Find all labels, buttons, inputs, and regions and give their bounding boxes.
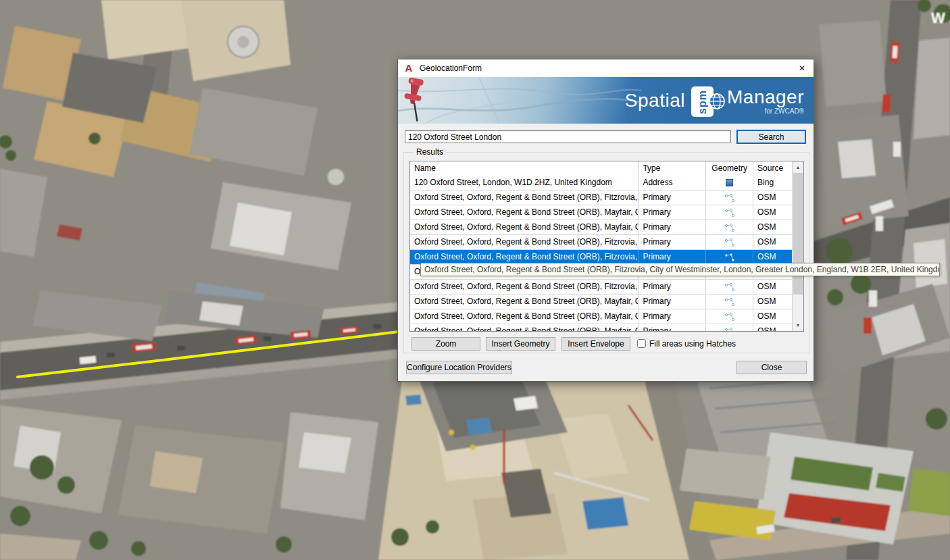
result-name-cell: Oxford Street, Oxford, Regent & Bond Str… — [410, 295, 639, 309]
result-type-cell: Primary — [639, 309, 706, 324]
fill-hatches-label: Fill areas using Hatches — [649, 338, 736, 350]
table-row[interactable]: 120 Oxford Street, London, W1D 2HZ, Unit… — [410, 176, 793, 190]
result-source-cell: OSM — [753, 295, 793, 309]
column-header-type[interactable]: Type — [639, 161, 706, 176]
search-input[interactable] — [405, 130, 731, 143]
logo-spatial: Spatial — [625, 86, 685, 116]
map-construction-site — [378, 365, 689, 560]
close-button[interactable]: Close — [736, 361, 807, 374]
table-row[interactable]: Oxford Street, Oxford, Regent & Bond Str… — [410, 280, 793, 295]
result-source-cell: OSM — [753, 220, 793, 234]
result-type-cell: Primary — [639, 190, 706, 205]
table-row[interactable]: Oxford Street, Oxford, Regent & Bond Str… — [410, 324, 793, 332]
result-source-cell: OSM — [753, 250, 793, 264]
polyline-geometry-icon — [706, 309, 753, 324]
table-row[interactable]: Oxford Street, Oxford, Regent & Bond Str… — [410, 235, 793, 250]
autocad-a-icon: A — [403, 63, 414, 74]
results-groupbox: Results Name Type Geometry Source 120 Ox… — [403, 152, 809, 353]
fill-hatches-checkbox[interactable] — [637, 339, 646, 348]
map-photo-strip — [398, 77, 639, 124]
result-type-cell: Primary — [639, 205, 706, 220]
scroll-down-icon[interactable]: ▼ — [793, 320, 803, 331]
scrollbar-thumb[interactable] — [793, 173, 803, 295]
polyline-geometry-icon — [706, 190, 753, 205]
table-row[interactable]: Oxford Street, Oxford, Regent & Bond Str… — [410, 220, 793, 235]
results-group-label: Results — [414, 147, 446, 157]
result-name-cell: Oxford Street, Oxford, Regent & Bond Str… — [410, 205, 639, 220]
table-row[interactable]: Oxford Street, Oxford, Regent & Bond Str… — [410, 295, 793, 309]
screen: W A GeolocationForm ✕ — [0, 0, 950, 560]
insert-geometry-button[interactable]: Insert Geometry — [486, 337, 555, 351]
insert-envelope-button[interactable]: Insert Envelope — [561, 337, 630, 351]
scroll-up-icon[interactable]: ▲ — [793, 161, 803, 173]
result-type-cell: Primary — [639, 280, 706, 294]
result-source-cell: OSM — [753, 205, 793, 220]
result-source-cell: OSM — [753, 324, 793, 332]
result-type-cell: Primary — [639, 324, 706, 332]
result-source-cell: OSM — [753, 235, 793, 249]
results-table-header: Name Type Geometry Source — [410, 161, 793, 176]
polyline-geometry-icon — [706, 220, 753, 234]
result-name-cell: Oxford Street, Oxford, Regent & Bond Str… — [410, 309, 639, 324]
result-source-cell: OSM — [753, 190, 793, 205]
map-watermark-w: W — [931, 9, 945, 26]
polyline-geometry-icon — [706, 324, 753, 332]
configure-location-providers-button[interactable]: Configure Location Providers — [406, 361, 512, 374]
result-name-cell: Oxford Street, Oxford, Regent & Bond Str… — [410, 324, 639, 332]
result-type-cell: Primary — [639, 295, 706, 309]
column-header-source[interactable]: Source — [753, 161, 793, 176]
polyline-geometry-icon — [706, 280, 753, 294]
result-name-cell: Oxford Street, Oxford, Regent & Bond Str… — [410, 190, 639, 205]
result-name-cell: Oxford Street, Oxford, Regent & Bond Str… — [410, 250, 639, 264]
result-name-cell: Oxford Street, Oxford, Regent & Bond Str… — [410, 280, 639, 294]
table-row[interactable]: Oxford Street, Oxford, Regent & Bond Str… — [410, 309, 793, 324]
result-type-cell: Primary — [639, 220, 706, 234]
zoom-button[interactable]: Zoom — [411, 337, 480, 351]
result-source-cell: Bing — [753, 176, 793, 190]
results-table: Name Type Geometry Source 120 Oxford Str… — [409, 161, 804, 332]
brand-banner: Spatial spm Manager for ZWCAD® — [398, 77, 814, 124]
results-scrollbar[interactable]: ▲ ▼ — [792, 161, 803, 331]
dialog-titlebar[interactable]: A GeolocationForm ✕ — [398, 59, 814, 77]
column-header-name[interactable]: Name — [410, 161, 639, 176]
result-name-cell: Oxford Street, Oxford, Regent & Bond Str… — [410, 220, 639, 234]
logo-manager: Manager — [727, 86, 804, 109]
result-source-cell: OSM — [753, 309, 793, 324]
results-table-body: 120 Oxford Street, London, W1D 2HZ, Unit… — [410, 176, 793, 331]
spatial-manager-logo: Spatial spm Manager for ZWCAD® — [625, 86, 804, 117]
table-row[interactable]: Oxford Street, Oxford, Regent & Bond Str… — [410, 205, 793, 220]
result-type-cell: Address — [639, 176, 706, 190]
polyline-geometry-icon — [706, 250, 753, 264]
result-tooltip: Oxford Street, Oxford, Regent & Bond Str… — [420, 263, 940, 276]
search-button[interactable]: Search — [736, 130, 806, 144]
result-name-cell: Oxford Street, Oxford, Regent & Bond Str… — [410, 235, 639, 249]
polyline-geometry-icon — [706, 235, 753, 249]
polyline-geometry-icon — [706, 205, 753, 220]
close-icon[interactable]: ✕ — [791, 59, 814, 77]
point-geometry-icon — [706, 176, 753, 190]
dialog-title: GeolocationForm — [420, 59, 482, 77]
column-header-geometry[interactable]: Geometry — [706, 161, 753, 176]
table-row[interactable]: Oxford Street, Oxford, Regent & Bond Str… — [410, 190, 793, 205]
result-name-cell: 120 Oxford Street, London, W1D 2HZ, Unit… — [410, 176, 639, 190]
geolocation-dialog: A GeolocationForm ✕ — [397, 59, 814, 382]
polyline-geometry-icon — [706, 295, 753, 309]
result-type-cell: Primary — [639, 235, 706, 249]
result-source-cell: OSM — [753, 280, 793, 294]
globe-icon — [708, 93, 726, 110]
result-type-cell: Primary — [639, 250, 706, 264]
